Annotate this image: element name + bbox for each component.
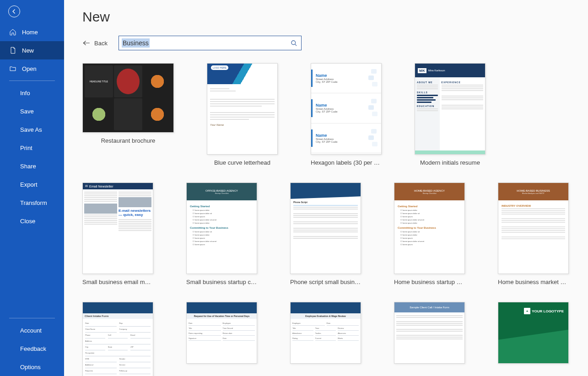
search-back-link[interactable]: Back <box>82 40 108 47</box>
sidebar-item-info[interactable]: Info <box>0 84 64 102</box>
folder-open-icon <box>9 65 16 72</box>
sidebar-item-home[interactable]: Home <box>0 23 64 41</box>
arrow-left-icon <box>82 40 91 46</box>
sidebar-item-export[interactable]: Export <box>0 175 64 193</box>
template-thumbnail: Employee Evaluation & Wage Review Employ… <box>290 302 361 364</box>
sidebar-item-save-as[interactable]: Save As <box>0 120 64 139</box>
template-thumbnail: Sample Client Call / Intake Form <box>394 302 465 364</box>
template-card[interactable]: NameStreet AddressCity, ST ZIP Code Name… <box>311 63 382 166</box>
back-arrow-icon <box>8 5 20 17</box>
sidebar-item-account[interactable]: Account <box>0 321 64 339</box>
page-title: New <box>82 9 570 25</box>
template-grid: HEADLINE TITLE Restaurant brochure LOGO … <box>82 63 570 376</box>
template-label: Phone script small business <box>290 279 361 285</box>
back-button[interactable] <box>0 0 64 23</box>
template-card[interactable]: Employee Evaluation & Wage Review Employ… <box>290 302 361 376</box>
template-thumbnail: HOME-BASED BUSINESSMarket Analysis and S… <box>498 183 569 274</box>
template-label: Hexagon labels (30 per page) <box>311 159 382 166</box>
template-label: Modern initials resume <box>415 159 486 166</box>
template-card[interactable]: OFFICE-BASED AGENCYStartup Checklist Get… <box>186 183 257 285</box>
template-card[interactable]: Phone Script Phone script small business <box>290 183 361 285</box>
template-card[interactable]: Sample Client Call / Intake Form <box>394 302 465 376</box>
template-card[interactable]: HEADLINE TITLE Restaurant brochure <box>82 63 174 166</box>
template-card[interactable]: YOUR LOGOTYPE <box>498 302 569 376</box>
sidebar-item-close[interactable]: Close <box>0 212 64 230</box>
template-label: Blue curve letterhead <box>207 159 278 166</box>
sidebar-item-share[interactable]: Share <box>0 157 64 175</box>
template-card[interactable]: Request for Use of Vacation Time or Pers… <box>186 302 257 376</box>
sidebar-item-open[interactable]: Open <box>0 59 64 78</box>
template-thumbnail: Client Intake Form DateRep Client NameCo… <box>82 302 153 376</box>
template-card[interactable]: HOME-BASED BUSINESSMarket Analysis and S… <box>498 183 569 285</box>
main-content: New Back Business HEADLINE TITLE <box>64 0 588 376</box>
template-thumbnail: Phone Script <box>290 183 361 274</box>
sidebar-item-label: New <box>22 47 34 54</box>
sidebar-item-feedback[interactable]: Feedback <box>0 339 64 358</box>
home-icon <box>9 28 16 36</box>
template-search-box[interactable]: Business <box>119 36 302 50</box>
sidebar-item-print[interactable]: Print <box>0 139 64 157</box>
sidebar-item-transform[interactable]: Transform <box>0 193 64 212</box>
template-label: Home business startup check... <box>394 279 465 285</box>
template-label: Home business market analy... <box>498 279 569 285</box>
template-thumbnail: HOME-BASED AGENCYStartup Checklist Getti… <box>394 183 465 274</box>
search-input[interactable]: Business <box>119 38 287 48</box>
sidebar-item-label: Open <box>22 65 37 72</box>
template-label: Small business email marketi... <box>82 279 153 285</box>
template-thumbnail: YOUR LOGOTYPE <box>498 302 569 364</box>
template-thumbnail: ✉Email Newsletter E-mail newsletters — q… <box>82 183 153 274</box>
template-label: Restaurant brochure <box>82 137 174 144</box>
template-thumbnail: Request for Use of Vacation Time or Pers… <box>186 302 257 364</box>
template-card[interactable]: M/KMira Karlsson ABOUT ME SKILLS EDUCATI… <box>415 63 486 166</box>
back-label: Back <box>94 40 108 47</box>
template-label: Small business startup checklist <box>186 279 257 285</box>
template-thumbnail: NameStreet AddressCity, ST ZIP Code Name… <box>311 63 382 155</box>
template-thumbnail: OFFICE-BASED AGENCYStartup Checklist Get… <box>186 183 257 274</box>
sidebar-item-save[interactable]: Save <box>0 102 64 120</box>
template-card[interactable]: LOGO HERE Your Name Blue curve letterhea… <box>207 63 278 166</box>
sidebar-item-new[interactable]: New <box>0 41 64 59</box>
svg-point-0 <box>291 40 296 44</box>
template-card[interactable]: ✉Email Newsletter E-mail newsletters — q… <box>82 183 153 285</box>
search-icon <box>291 40 297 47</box>
backstage-sidebar: Home New Open Info Save Save As Print Sh… <box>0 0 64 376</box>
template-thumbnail: M/KMira Karlsson ABOUT ME SKILLS EDUCATI… <box>415 63 486 155</box>
template-card[interactable]: Client Intake Form DateRep Client NameCo… <box>82 302 153 376</box>
search-button[interactable] <box>287 40 301 47</box>
divider <box>9 318 55 318</box>
new-doc-icon <box>9 47 16 54</box>
template-thumbnail: HEADLINE TITLE <box>82 63 174 133</box>
template-thumbnail: LOGO HERE Your Name <box>207 63 278 155</box>
sidebar-item-label: Home <box>22 29 38 36</box>
divider <box>9 81 55 81</box>
template-card[interactable]: HOME-BASED AGENCYStartup Checklist Getti… <box>394 183 465 285</box>
sidebar-item-options[interactable]: Options <box>0 358 64 376</box>
